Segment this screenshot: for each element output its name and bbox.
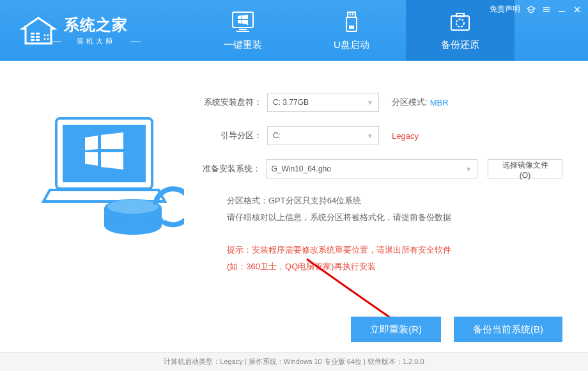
app-header: 系统之家 装机大师 一键重装 U盘启动 备份还原 免责声明: [0, 0, 588, 61]
svg-rect-13: [348, 12, 355, 17]
laptop-illustration: [26, 93, 195, 339]
select-value: G_Win10_64.gho: [272, 164, 331, 173]
tab-label: 一键重装: [224, 39, 262, 51]
select-value: C: 3.77GB: [273, 98, 309, 107]
chevron-down-icon: ▼: [367, 132, 373, 139]
warning-line: (如：360卫士，QQ电脑管家)再执行安装: [227, 258, 562, 275]
install-drive-label: 系统安装盘符：: [201, 97, 262, 108]
menu-icon[interactable]: [542, 5, 551, 14]
row-boot-partition: 引导分区： C: ▼ Legacy: [201, 126, 562, 145]
disclaimer-link[interactable]: 免责声明: [490, 4, 520, 15]
info-line: 请仔细核对以上信息，系统分区将被格式化，请提前备份数据: [227, 209, 562, 226]
install-drive-select[interactable]: C: 3.77GB ▼: [267, 93, 379, 112]
window-controls: 免责声明: [490, 4, 582, 15]
statusbar-text: 计算机启动类型：Legacy | 操作系统：Windows 10 专业版 64位…: [164, 357, 424, 367]
svg-rect-18: [451, 16, 469, 30]
svg-rect-11: [239, 29, 247, 30]
close-icon[interactable]: [573, 5, 582, 14]
monitor-windows-icon: [230, 10, 256, 35]
tab-label: 备份还原: [441, 39, 479, 51]
partition-mode-value: MBR: [430, 98, 449, 107]
svg-point-25: [104, 217, 162, 235]
reinstall-now-button[interactable]: 立即重装(R): [351, 317, 441, 342]
svg-rect-12: [236, 31, 249, 32]
action-buttons: 立即重装(R) 备份当前系统(B): [351, 317, 562, 342]
browse-image-button[interactable]: 选择镜像文件(O): [488, 159, 562, 178]
tab-reinstall[interactable]: 一键重装: [189, 0, 297, 61]
svg-rect-3: [36, 36, 40, 38]
boot-partition-select[interactable]: C: ▼: [267, 126, 379, 145]
svg-point-7: [47, 34, 49, 36]
warning-line: 提示：安装程序需要修改系统重要位置，请退出所有安全软件: [227, 242, 562, 258]
row-install-drive: 系统安装盘符： C: 3.77GB ▼ 分区模式: MBR: [201, 93, 562, 112]
tab-usb-boot[interactable]: U盘启动: [297, 0, 406, 61]
svg-rect-15: [352, 13, 353, 15]
chevron-down-icon: ▼: [367, 99, 373, 106]
chevron-down-icon: ▼: [465, 166, 472, 173]
row-prepare-system: 准备安装系统： G_Win10_64.gho ▼ 选择镜像文件(O): [201, 159, 562, 178]
svg-rect-0: [31, 33, 35, 35]
svg-rect-16: [346, 17, 357, 31]
svg-point-20: [456, 19, 464, 27]
usb-drive-icon: [339, 10, 364, 35]
graduation-icon[interactable]: [527, 5, 536, 14]
content-area: 系统安装盘符： C: 3.77GB ▼ 分区模式: MBR 引导分区： C: ▼…: [0, 61, 588, 352]
brand-title: 系统之家: [64, 15, 128, 35]
svg-rect-14: [350, 13, 351, 15]
boot-partition-label: 引导分区：: [201, 130, 262, 141]
backup-current-button[interactable]: 备份当前系统(B): [454, 317, 562, 342]
tab-label: U盘启动: [334, 39, 369, 51]
svg-point-9: [47, 38, 49, 40]
svg-point-6: [44, 34, 46, 36]
svg-point-8: [44, 38, 46, 40]
svg-rect-1: [36, 33, 40, 35]
select-value: C:: [273, 131, 281, 140]
info-line: 分区格式：GPT分区只支持64位系统: [227, 193, 562, 209]
partition-mode-label: 分区模式:: [392, 97, 428, 108]
nav-tabs: 一键重装 U盘启动 备份还原: [189, 0, 514, 61]
boot-mode-value: Legacy: [392, 131, 419, 141]
info-block: 分区格式：GPT分区只支持64位系统 请仔细核对以上信息，系统分区将被格式化，请…: [227, 193, 562, 226]
svg-rect-17: [349, 26, 354, 29]
prepare-system-label: 准备安装系统：: [201, 163, 261, 175]
svg-rect-19: [456, 13, 464, 17]
prepare-system-select[interactable]: G_Win10_64.gho ▼: [266, 159, 478, 178]
brand-subtitle: 装机大师: [64, 36, 128, 46]
svg-rect-4: [31, 39, 35, 41]
svg-rect-2: [31, 36, 35, 38]
svg-rect-5: [36, 39, 40, 41]
svg-point-26: [107, 200, 159, 214]
form-area: 系统安装盘符： C: 3.77GB ▼ 分区模式: MBR 引导分区： C: ▼…: [195, 93, 562, 339]
statusbar: 计算机启动类型：Legacy | 操作系统：Windows 10 专业版 64位…: [0, 352, 588, 371]
camera-restore-icon: [447, 10, 473, 35]
logo-area: 系统之家 装机大师: [0, 15, 128, 47]
minimize-icon[interactable]: [557, 5, 566, 14]
warning-block: 提示：安装程序需要修改系统重要位置，请退出所有安全软件 (如：360卫士，QQ电…: [227, 242, 562, 275]
